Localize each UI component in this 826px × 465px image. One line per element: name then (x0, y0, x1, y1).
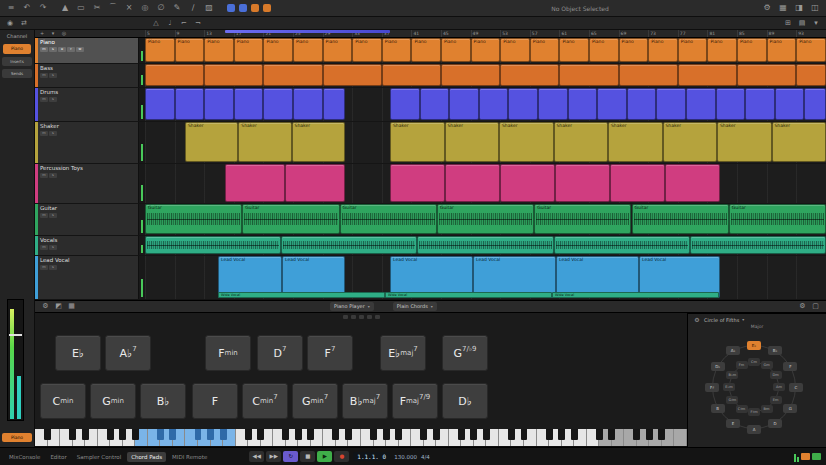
track-m-button[interactable]: m (40, 131, 48, 136)
black-key[interactable] (383, 429, 390, 440)
clip-piano[interactable]: Piano (145, 38, 175, 62)
clip-guitar[interactable]: Guitar (242, 204, 339, 234)
clip-percussion-toys[interactable] (665, 164, 720, 202)
clip-piano[interactable]: Piano (767, 38, 797, 62)
circle-node-em[interactable]: Em (770, 396, 782, 404)
clip-piano[interactable]: Piano (441, 38, 471, 62)
black-key[interactable] (307, 429, 314, 440)
track-search-icon[interactable]: ◎ (60, 30, 68, 37)
color-tool-icon[interactable]: ▨ (202, 0, 216, 16)
pads-setup-icon[interactable]: ⚙ (797, 301, 808, 312)
redo-icon[interactable]: ↷ (36, 0, 50, 16)
track-m-button[interactable]: m (40, 47, 48, 52)
circle-key-select[interactable]: Major (688, 324, 826, 329)
clip-piano[interactable]: Piano (175, 38, 205, 62)
clip-shaker[interactable]: Shaker (185, 122, 238, 162)
black-key[interactable] (433, 429, 440, 440)
chord-pad-gmin[interactable]: Gmin (90, 383, 136, 419)
chord-assistant-icon[interactable]: ◩ (53, 301, 64, 312)
circle-node-db[interactable]: D♭ (711, 362, 725, 371)
play-button[interactable]: ▶ (317, 451, 332, 462)
clip-guitar[interactable]: Guitar (340, 204, 437, 234)
rewind-button[interactable]: ◀◀ (249, 451, 264, 462)
clip-guitar[interactable]: Guitar (729, 204, 826, 234)
clip-drums[interactable] (686, 88, 716, 120)
lower-zone-icon[interactable]: ◫ (808, 0, 822, 16)
circle-node-e[interactable]: E (726, 419, 740, 428)
track-s-button[interactable]: s (49, 47, 57, 52)
clip-piano[interactable]: Piano (589, 38, 619, 62)
circle-node-am[interactable]: Am (773, 383, 785, 391)
mute-tool-icon[interactable]: ∅ (154, 0, 168, 16)
clip-drums[interactable] (508, 88, 538, 120)
track-header-shaker[interactable]: Shakerms (35, 122, 145, 164)
clip-drums[interactable] (568, 88, 598, 120)
grid-toggle[interactable] (251, 4, 259, 12)
track-m-button[interactable]: m (40, 265, 48, 270)
line-tool-icon[interactable]: ∕ (186, 0, 200, 16)
track-visibility-icon[interactable]: ◉ (4, 17, 16, 29)
clip-drums[interactable] (204, 88, 234, 120)
chord-pad-cmin[interactable]: Cmin (40, 383, 86, 419)
tab-midi-remote[interactable]: MIDI Remote (168, 452, 211, 462)
clip-shaker[interactable]: Shaker (554, 122, 609, 162)
track-header-bass[interactable]: Bassms (35, 64, 145, 88)
record-button[interactable]: ● (334, 451, 349, 462)
clip-piano[interactable]: Piano (648, 38, 678, 62)
clip-vocals[interactable] (145, 236, 281, 254)
track-header-lead-vocal[interactable]: Lead Vocalms (35, 256, 145, 300)
black-key[interactable] (558, 429, 565, 440)
clip-drums[interactable] (745, 88, 775, 120)
black-key[interactable] (207, 429, 214, 440)
black-key[interactable] (646, 429, 653, 440)
chord-pad-fmin[interactable]: Fmin (205, 335, 251, 371)
sync-icon[interactable]: ⇄ (18, 17, 30, 29)
track-r-button[interactable]: r (67, 47, 75, 52)
circle-node-csm[interactable]: C♯m (736, 405, 748, 413)
clip-drums[interactable] (449, 88, 479, 120)
clip-bass[interactable] (204, 64, 263, 86)
track-s-button[interactable]: s (49, 131, 57, 136)
clip-percussion-toys[interactable] (555, 164, 610, 202)
black-key[interactable] (157, 429, 164, 440)
track-m-button[interactable]: m (40, 97, 48, 102)
cycle-button[interactable]: ↻ (283, 451, 298, 462)
clip-bass[interactable] (737, 64, 796, 86)
circle-node-fs[interactable]: F♯ (705, 383, 719, 392)
clip-bass[interactable] (323, 64, 382, 86)
black-key[interactable] (345, 429, 352, 440)
chord-pad-bbmaj7[interactable]: B♭maj7 (342, 383, 388, 419)
black-key[interactable] (245, 429, 252, 440)
zoom-tool-icon[interactable]: ◎ (138, 0, 152, 16)
clip-drums[interactable] (145, 88, 175, 120)
black-key[interactable] (420, 429, 427, 440)
channel-fader-handle[interactable] (9, 334, 22, 336)
clip-piano[interactable]: Piano (293, 38, 323, 62)
track-m-button[interactable]: m (40, 245, 48, 250)
track-s-button[interactable]: s (49, 265, 57, 270)
circle-node-a[interactable]: A (747, 425, 761, 434)
clip-drums[interactable] (716, 88, 746, 120)
clip-shaker[interactable]: Shaker (608, 122, 663, 162)
cycle-locator-range[interactable] (225, 30, 390, 33)
black-key[interactable] (257, 429, 264, 440)
clip-bass[interactable] (145, 64, 204, 86)
clip-drums[interactable] (597, 88, 627, 120)
track-w-button[interactable]: w (76, 47, 84, 52)
clip-bass[interactable] (559, 64, 618, 86)
clip-drums[interactable] (420, 88, 450, 120)
clip-wide-vocal[interactable]: Wide Vocal (218, 292, 385, 298)
black-key[interactable] (458, 429, 465, 440)
black-key[interactable] (220, 429, 227, 440)
clip-piano[interactable]: Piano (204, 38, 234, 62)
black-key[interactable] (282, 429, 289, 440)
track-s-button[interactable]: s (49, 245, 57, 250)
clip-bass[interactable] (796, 64, 826, 86)
clip-guitar[interactable]: Guitar (145, 204, 242, 234)
clip-vocals[interactable] (281, 236, 417, 254)
clip-piano[interactable]: Piano (707, 38, 737, 62)
quantize-menu-icon[interactable]: ▾ (810, 17, 822, 29)
track-header-vocals[interactable]: Vocalsms (35, 236, 145, 256)
clip-bass[interactable] (678, 64, 737, 86)
black-key[interactable] (119, 429, 126, 440)
